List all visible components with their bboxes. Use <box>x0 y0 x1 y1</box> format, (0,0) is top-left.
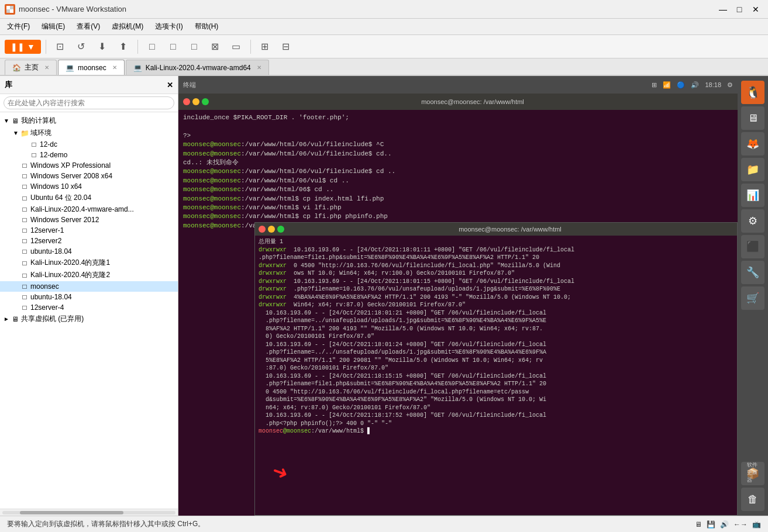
tree-item-win2012[interactable]: □ Windows Server 2012 <box>0 215 178 225</box>
menu-file[interactable]: 文件(F) <box>2 19 35 34</box>
tab-kali-label: Kali-Linux-2020.4-vmware-amd64 <box>146 64 251 72</box>
term-line-2 <box>183 122 733 131</box>
t2-line-14: .php?filename=../../unsafeupload/uploads… <box>259 348 733 357</box>
tabs-row: 🏠 主页 ✕ 💻 moonsec ✕ 💻 Kali-Linux-2020.4-v… <box>0 58 768 76</box>
sidebar-files-icon[interactable]: 📁 <box>741 158 764 181</box>
tree-item-kali[interactable]: □ Kali-Linux-2020.4-vmware-amd... <box>0 204 178 215</box>
sidebar-ubuntu-icon[interactable]: 🐧 <box>741 81 764 104</box>
close-button[interactable]: ✕ <box>748 2 763 17</box>
vm-content[interactable]: moonsec@moonsec: /var/www/html include_o… <box>178 94 738 516</box>
sidebar-title: 库 <box>5 80 12 90</box>
term-line-10: moonsec@moonsec:/var/www/html$ cp index.… <box>183 195 733 203</box>
toolbar-btn-9[interactable]: ▭ <box>227 37 246 56</box>
content-area[interactable]: 终端 ⊞ 📶 🔵 🔊 18:18 ⚙ <box>178 76 738 516</box>
t2-line-11: 8%AF%A2 HTTP/1.1" 200 4193 "" "Mozilla/5… <box>259 325 733 333</box>
tree-item-kali-clone1[interactable]: □ Kali-Linux-2020.4的克隆1 <box>0 257 178 269</box>
tab-moonsec-close[interactable]: ✕ <box>112 64 117 71</box>
tree-item-win2008[interactable]: □ Windows Server 2008 x64 <box>0 171 178 181</box>
window-controls: — □ ✕ <box>715 2 763 17</box>
firefox-logo: 🦊 <box>746 137 759 150</box>
sidebar-amazon-icon[interactable]: 🛒 <box>741 286 764 310</box>
tree-label-shared: 共享虚拟机 (已弃用) <box>21 314 84 324</box>
terminal2-header: moonsec@moonsec: /var/www/html <box>255 223 737 236</box>
tree-item-win10[interactable]: □ Windows 10 x64 <box>0 181 178 192</box>
ubuntu-logo: 🐧 <box>746 85 760 99</box>
vm-icon-12dc: □ <box>29 140 39 148</box>
sidebar-update-icon[interactable]: 📦 软件更新器 <box>741 462 764 485</box>
toolbar-btn-8[interactable]: ⊠ <box>206 37 225 56</box>
t2-line-1: drwxrwxr 10.163.193.69 - - [24/Oct/2021:… <box>259 246 733 254</box>
app-icon <box>5 4 15 15</box>
tree-label-12server2: 12server2 <box>30 237 61 245</box>
pause-dropdown[interactable]: ▼ <box>27 42 35 51</box>
sidebar-spreadsheet-icon[interactable]: 📊 <box>741 184 764 207</box>
sidebar-terminal-icon[interactable]: ⬛ <box>741 235 764 258</box>
pause-button[interactable]: ❚❚ ▼ <box>5 40 41 54</box>
sidebar-close-btn[interactable]: ✕ <box>167 81 173 89</box>
tree-item-ubuntu1804-2[interactable]: □ ubuntu-18.04 <box>0 292 178 302</box>
tree-label-win10: Windows 10 x64 <box>30 182 82 191</box>
sidebar-scrollbar[interactable] <box>0 509 178 516</box>
tree-item-shared[interactable]: ► 🖥 共享虚拟机 (已弃用) <box>0 313 178 325</box>
sidebar-trash-icon[interactable]: 🗑 <box>741 488 764 511</box>
dot2-yellow <box>268 226 275 233</box>
tree-item-12demo[interactable]: □ 12-demo <box>0 150 178 160</box>
tree-item-winxp[interactable]: □ Windows XP Professional <box>0 160 178 171</box>
tree-item-12server4[interactable]: □ 12server-4 <box>0 302 178 313</box>
sidebar-header: 库 ✕ <box>0 76 178 94</box>
term-dots <box>183 98 209 105</box>
toolbar-btn-7[interactable]: □ <box>185 37 204 56</box>
shared-icon: 🖥 <box>11 315 20 323</box>
tree-item-12dc[interactable]: □ 12-dc <box>0 139 178 150</box>
t2-line-8: drwxrwxr Win64; x64; rv:87.0) Gecko/2010… <box>259 301 733 309</box>
tree-item-12server2[interactable]: □ 12server2 <box>0 236 178 246</box>
menu-help[interactable]: 帮助(H) <box>190 19 223 34</box>
term-line-8: moonsec@moonsec:/var/www/html/06/vul$ cd… <box>183 177 733 185</box>
tree-item-mycomputer[interactable]: ▼ 🖥 我的计算机 <box>0 115 178 127</box>
menu-view[interactable]: 查看(V) <box>72 19 105 34</box>
tree-item-kali-clone2[interactable]: □ Kali-Linux-2020.4的克隆2 <box>0 269 178 281</box>
t2-line-7: drwxrwxr 4%BA%A4%E6%9F%A5%E8%AF%A2 HTTP/… <box>259 293 733 302</box>
tab-kali[interactable]: 💻 Kali-Linux-2020.4-vmware-amd64 ✕ <box>126 60 269 75</box>
tab-home[interactable]: 🏠 主页 ✕ <box>5 60 57 75</box>
toolbar-btn-4[interactable]: ⬆ <box>114 37 133 56</box>
toolbar-btn-10[interactable]: ⊞ <box>256 37 274 56</box>
t2-line-4: drwxrwxr ows NT 10.0; Win64; x64; rv:100… <box>259 270 733 278</box>
sidebar-firefox-icon[interactable]: 🦊 <box>741 132 764 156</box>
menu-vm[interactable]: 虚拟机(M) <box>107 19 148 34</box>
vm-icon-ubuntu1804-2: □ <box>20 293 29 301</box>
tree-item-ubuntu1804[interactable]: □ ubuntu-18.04 <box>0 246 178 257</box>
tab-kali-close[interactable]: ✕ <box>257 64 261 71</box>
tree-item-domain[interactable]: ▼ 📁 域环境 <box>0 127 178 139</box>
settings-logo: ⚙ <box>748 215 757 227</box>
files-logo: 📁 <box>746 163 759 176</box>
sidebar-settings-icon[interactable]: ⚙ <box>741 209 764 233</box>
terminal2-window[interactable]: moonsec@moonsec: /var/www/html 总用量 1 drw… <box>254 222 738 516</box>
minimize-button[interactable]: — <box>715 2 731 17</box>
vm-top-right-icons: ⊞ 📶 🔵 🔊 18:18 ⚙ <box>652 81 733 89</box>
maximize-button[interactable]: □ <box>732 2 747 17</box>
terminal2-content[interactable]: 总用量 1 drwxrwxr 10.163.193.69 - - [24/Oct… <box>255 236 737 515</box>
tree-item-12server1[interactable]: □ 12server-1 <box>0 225 178 236</box>
tree-label-winxp: Windows XP Professional <box>30 161 111 170</box>
terminal2-title: moonsec@moonsec: /var/www/html <box>287 226 733 233</box>
tab-home-close[interactable]: ✕ <box>44 64 49 71</box>
toolbar-btn-5[interactable]: □ <box>143 37 161 56</box>
toolbar-btn-2[interactable]: ↺ <box>72 37 91 56</box>
menu-tab[interactable]: 选项卡(I) <box>150 19 187 34</box>
toolbar-separator-2 <box>137 40 138 54</box>
sidebar-vm-icon[interactable]: 🖥 <box>741 106 764 130</box>
vm-icon-12server4: □ <box>20 303 29 312</box>
tree-item-moonsec[interactable]: □ moonsec <box>0 281 178 292</box>
tab-moonsec[interactable]: 💻 moonsec ✕ <box>58 60 125 75</box>
sidebar-gear-icon[interactable]: 🔧 <box>741 261 764 284</box>
tree-label-win2008: Windows Server 2008 x64 <box>30 172 112 180</box>
menu-edit[interactable]: 编辑(E) <box>37 19 70 34</box>
tree-item-ubuntu64[interactable]: □ Ubuntu 64 位 20.04 <box>0 192 178 204</box>
toolbar-btn-11[interactable]: ⊟ <box>277 37 295 56</box>
search-input[interactable] <box>4 96 174 109</box>
toolbar-btn-6[interactable]: □ <box>164 37 182 56</box>
toolbar-btn-1[interactable]: ⊡ <box>51 37 70 56</box>
toolbar-btn-3[interactable]: ⬇ <box>93 37 112 56</box>
t2-line-header: 总用量 1 <box>259 238 733 246</box>
